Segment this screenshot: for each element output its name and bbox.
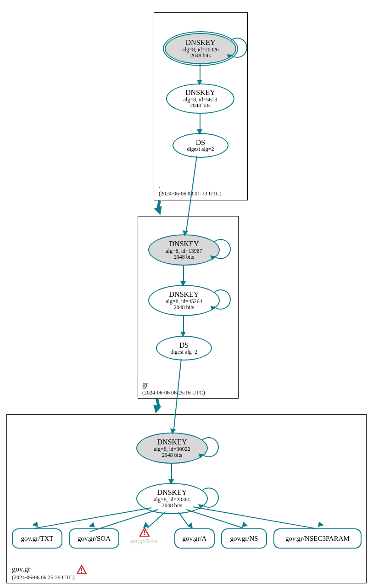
- node-title: DS: [196, 139, 205, 147]
- arrowhead-icon: [180, 281, 186, 287]
- zone-govgr-timestamp: (2024-06-06 06:25:39 UTC): [12, 574, 75, 581]
- node-title: DNSKEY: [157, 488, 187, 497]
- node-sub1: alg=8, id=5613: [184, 97, 217, 103]
- arrowhead-icon: [318, 521, 324, 528]
- arrowhead-icon: [197, 129, 202, 135]
- node-sub1: alg=8, id=45264: [166, 299, 202, 305]
- rrset-label: gov.gr/NS: [225, 535, 262, 543]
- node-gr-zsk: DNSKEY alg=8, id=45264 2048 bits: [148, 285, 220, 316]
- node-sub1: digest alg=2: [170, 349, 197, 355]
- edge: [200, 64, 200, 81]
- node-sub2: 2048 bits: [162, 503, 182, 509]
- node-title: DNSKEY: [186, 39, 216, 47]
- arrowhead-icon: [151, 405, 161, 414]
- selfloop-govgr-ksk: [199, 437, 219, 457]
- node-gr-ksk: DNSKEY alg=8, id=13987 2048 bits: [148, 234, 220, 266]
- rrset-label: gov.gr/NSEC3PARAM: [281, 535, 354, 543]
- selfloop-gr-zsk: [211, 289, 231, 310]
- warning-icon: [77, 565, 87, 574]
- arrowhead-icon: [168, 479, 174, 485]
- node-title: DNSKEY: [185, 89, 215, 97]
- rrset-txt: gov.gr/TXT: [12, 528, 62, 549]
- svg-rect-2: [81, 568, 82, 571]
- node-title: DNSKEY: [169, 240, 199, 248]
- zone-root-label: .: [159, 181, 161, 189]
- edge: [183, 265, 184, 282]
- rrset-a: gov.gr/A: [174, 528, 215, 549]
- selfloop-govgr-zsk: [199, 488, 219, 508]
- node-sub2: 2048 bits: [190, 103, 210, 109]
- node-sub1: alg=8, id=30022: [154, 446, 190, 452]
- selfloop-gr-ksk: [211, 239, 231, 259]
- node-root-zsk: DNSKEY alg=8, id=5613 2048 bits: [166, 83, 234, 114]
- svg-rect-1: [144, 534, 145, 535]
- edge: [183, 315, 184, 333]
- node-title: DS: [179, 341, 189, 349]
- selfloop-root-ksk: [227, 38, 247, 58]
- zone-govgr-label: gov.gr: [12, 565, 30, 573]
- zone-gr-timestamp: (2024-06-06 06:25:16 UTC): [142, 389, 205, 396]
- arrowhead-icon: [197, 80, 202, 85]
- zone-root-timestamp: (2024-06-06 03:01:33 UTC): [159, 190, 222, 197]
- rrset-ns: gov.gr/NS: [221, 528, 267, 549]
- node-gr-ds: DS digest alg=2: [156, 336, 212, 361]
- arrowhead-icon: [32, 521, 38, 528]
- rrset-nsec3param: gov.gr/NSEC3PARAM: [273, 528, 362, 549]
- node-title: DNSKEY: [157, 438, 187, 446]
- edge: [171, 463, 172, 480]
- node-sub2: 2048 bits: [174, 305, 194, 311]
- svg-rect-3: [81, 572, 82, 573]
- node-sub2: 2048 bits: [174, 254, 194, 260]
- node-root-ds: DS digest alg=2: [173, 133, 228, 158]
- arrowhead-icon: [170, 428, 176, 434]
- rrset-label: gov.gr/SOA: [73, 535, 115, 543]
- arrowhead-icon: [182, 230, 188, 237]
- node-govgr-ksk: DNSKEY alg=8, id=30022 2048 bits: [136, 433, 208, 464]
- arrowhead-icon: [154, 206, 164, 216]
- node-sub2: 2048 bits: [190, 53, 211, 59]
- node-title: DNSKEY: [169, 290, 199, 299]
- rrset-label: gov.gr/A: [178, 535, 212, 543]
- arrowhead-icon: [180, 332, 186, 337]
- node-root-ksk: DNSKEY alg=8, id=20326 2048 bits: [165, 33, 236, 64]
- rrset-soa: gov.gr/SOA: [69, 528, 119, 549]
- edge: [200, 113, 200, 130]
- rrset-label: gov.gr/TXT: [16, 535, 58, 543]
- zone-gr-label: gr: [142, 381, 148, 389]
- rrset-soa-faint: gov.gr/SOA: [130, 538, 157, 545]
- node-sub2: 2048 bits: [162, 452, 182, 458]
- node-sub1: alg=8, id=13987: [166, 248, 202, 254]
- node-sub1: alg=8, id=23361: [154, 497, 190, 503]
- node-govgr-zsk: DNSKEY alg=8, id=23361 2048 bits: [136, 483, 208, 514]
- node-sub1: alg=8, id=20326: [182, 47, 219, 53]
- node-sub1: digest alg=2: [187, 146, 214, 152]
- svg-rect-0: [144, 530, 145, 533]
